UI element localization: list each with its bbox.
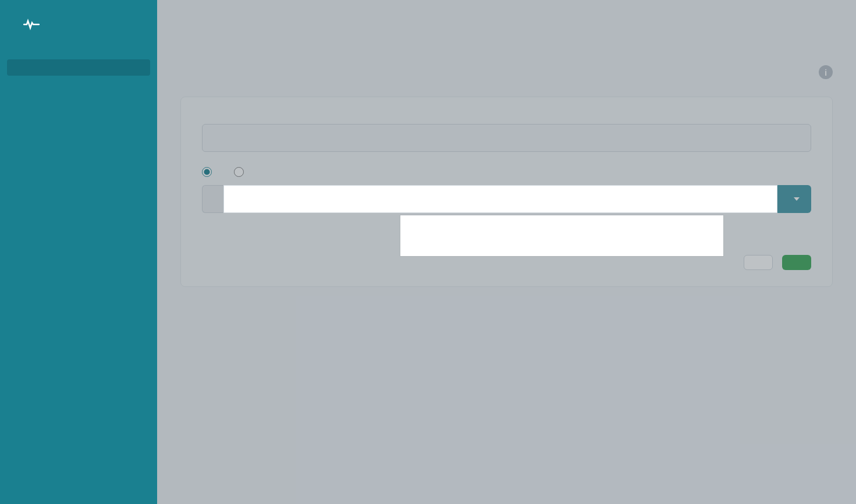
sidebar: [0, 0, 157, 504]
top-nav: [157, 0, 856, 49]
create-course-button[interactable]: [7, 59, 150, 76]
url-slug-input[interactable]: [223, 185, 777, 213]
info-icon[interactable]: i: [819, 65, 833, 79]
pulse-icon: [23, 19, 40, 30]
course-name-input[interactable]: [202, 124, 811, 152]
brand-logo[interactable]: [0, 0, 157, 49]
main-area: i: [157, 0, 856, 504]
radio-create-new-input[interactable]: [202, 167, 212, 177]
radio-create-new[interactable]: [202, 167, 218, 177]
next-button[interactable]: [782, 255, 811, 270]
cancel-button[interactable]: [744, 255, 773, 270]
content: i: [157, 49, 856, 303]
create-course-form: [180, 97, 833, 287]
url-domain-dropdown[interactable]: [777, 185, 811, 213]
radio-use-existing[interactable]: [234, 167, 250, 177]
radio-use-existing-input[interactable]: [234, 167, 244, 177]
url-prefix: [202, 185, 223, 213]
chevron-down-icon: [794, 197, 800, 201]
